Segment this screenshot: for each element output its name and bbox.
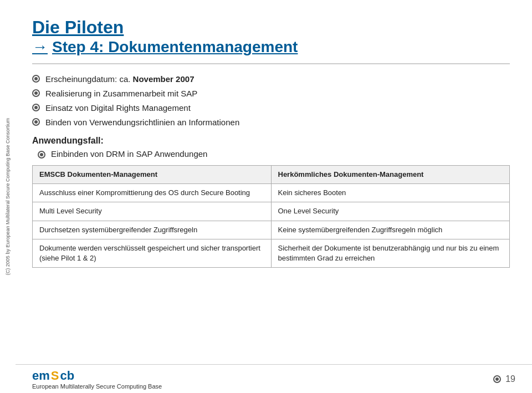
anwendungsfall-section: Anwendungsfall: Einbinden von DRM in SAP… [32,136,510,159]
bullet-icon [32,89,40,97]
table-cell-left: Dokumente werden verschlüsselt gespeiche… [33,239,272,267]
footer-page: 19 [493,374,515,384]
footer: emScb European Multilaterally Secure Com… [16,364,532,393]
list-item: Erscheinungdatum: ca. November 2007 [32,73,510,85]
logo-cb: cb [60,369,74,383]
sidebar-vertical-text: (C) 2005 by European Multilateral Secure… [0,0,16,393]
table-cell-left: Durchsetzen systemübergreifender Zugriff… [33,221,272,239]
arrow-symbol: → [32,38,48,57]
table-header-left: EMSCB Dokumenten-Management [33,165,272,183]
table-cell-right: Kein sicheres Booten [271,184,510,202]
anwendungsfall-text: Einbinden von DRM in SAP Anwendungen [51,149,207,159]
list-item: Binden von Verwendungsrichtlinien an Inf… [32,116,510,128]
anwendungsfall-title: Anwendungsfall: [32,136,510,146]
comparison-table: EMSCB Dokumenten-Management Herkömmliche… [32,165,510,268]
title-line2-text: Step 4: Dokumentenmanagement [52,38,298,57]
footer-logo: emScb [32,369,162,383]
table-cell-left: Ausschluss einer Kompromittierung des OS… [33,184,272,202]
main-content: Die Piloten → Step 4: Dokumentenmanageme… [16,0,532,393]
table-cell-left: Multi Level Security [33,202,272,221]
bullet-text: Realisierung in Zusammenarbeit mit SAP [45,88,197,99]
page-number: 19 [505,374,515,384]
anwendungsfall-item: Einbinden von DRM in SAP Anwendungen [38,149,510,159]
bullet-bold: November 2007 [133,74,195,84]
table-row: Dokumente werden verschlüsselt gespeiche… [33,239,510,267]
title-line2: → Step 4: Dokumentenmanagement [32,38,510,57]
page-dot-icon [493,375,501,383]
table-cell-right: Sicherheit der Dokumente ist benutzerabh… [271,239,510,267]
table-cell-right: One Level Security [271,202,510,221]
footer-subtitle: European Multilaterally Secure Computing… [32,383,162,390]
title-line1: Die Piloten [32,17,510,38]
bullet-icon [32,75,40,83]
table-row: Ausschluss einer Kompromittierung des OS… [33,184,510,202]
title-area: Die Piloten → Step 4: Dokumentenmanageme… [32,17,510,57]
bullet-text: Binden von Verwendungsrichtlinien an Inf… [45,116,239,128]
table-row: Multi Level Security One Level Security [33,202,510,221]
bullet-list: Erscheinungdatum: ca. November 2007 Real… [32,73,510,128]
list-item: Realisierung in Zusammenarbeit mit SAP [32,88,510,99]
logo-em: em [32,369,50,383]
table-row-header: EMSCB Dokumenten-Management Herkömmliche… [33,165,510,183]
table-header-right: Herkömmliches Dokumenten-Management [271,165,510,183]
slide-container: (C) 2005 by European Multilateral Secure… [0,0,532,393]
title-divider [32,63,510,64]
table-cell-right: Keine systemübergreifenden Zugriffsregel… [271,221,510,239]
list-item: Einsatz von Digital Rights Management [32,102,510,114]
bullet-icon [32,104,40,111]
logo-s: S [51,369,59,383]
bullet-text: Einsatz von Digital Rights Management [45,102,191,114]
bullet-icon [38,151,45,159]
table-row: Durchsetzen systemübergreifender Zugriff… [33,221,510,239]
bullet-icon [32,118,40,126]
footer-left: emScb European Multilaterally Secure Com… [32,369,162,390]
